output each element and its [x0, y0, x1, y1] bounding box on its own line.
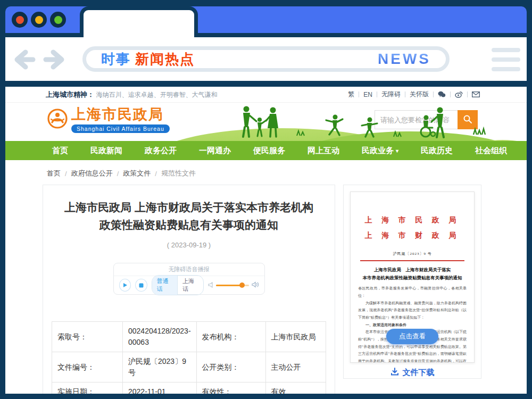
quick-links: 繁 EN 无障碍 关怀版 — [348, 90, 480, 99]
meta-label: 发布机构： — [196, 322, 265, 352]
news-wordmark: NEWS — [378, 51, 431, 68]
nav-item-history[interactable]: 民政历史 — [418, 146, 456, 156]
city-spirit-banner: 上海城市精神： 海纳百川、追求卓越、开明睿智、大气谦和 — [46, 90, 218, 99]
volume-knob[interactable] — [239, 282, 245, 288]
stop-button[interactable] — [135, 279, 147, 292]
main-nav: 首页 民政新闻 政务公开 一网通办 便民服务 网上互动 民政业务▾ 民政历史 社… — [5, 141, 527, 160]
audio-player: 无障碍语音播报 普通话 上海话 — [113, 263, 265, 295]
civil-affairs-emblem-icon — [47, 108, 68, 131]
meta-label: 有效性： — [196, 383, 265, 394]
address-text-secondary: 新闻热点 — [135, 50, 195, 69]
site-logo[interactable]: 上海市民政局 Shanghai Civil Affairs Bureau — [47, 107, 170, 133]
search-icon — [463, 114, 472, 126]
utility-strip: 上海城市精神： 海纳百川、追求卓越、开明睿智、大气谦和 繁 EN 无障碍 关怀版 — [5, 87, 527, 103]
breadcrumb-home[interactable]: 首页 — [47, 169, 61, 178]
link-accessibility[interactable]: 无障碍 — [381, 90, 401, 99]
volume-high-icon — [252, 280, 259, 290]
letterhead-line1: 上 海 市 民 政 局 — [358, 212, 467, 228]
nav-item-home[interactable]: 首页 — [49, 146, 71, 156]
volume-low-icon — [208, 280, 213, 290]
nav-item-civil-business[interactable]: 民政业务▾ — [359, 146, 402, 156]
search-button[interactable] — [458, 110, 478, 129]
site-search — [375, 110, 478, 129]
close-window-button[interactable] — [12, 12, 28, 28]
nav-item-social-org[interactable]: 社会组织 — [472, 146, 510, 156]
breadcrumb: 首页 / 政府信息公开 / 政策文件 / 规范性文件 — [47, 169, 527, 178]
meta-value: 上海市民政局 — [265, 322, 326, 352]
lang-shanghainese-option[interactable]: 上海话 — [178, 276, 203, 295]
nav-item-gov-disclosure[interactable]: 政务公开 — [142, 146, 180, 156]
nav-item-news[interactable]: 民政新闻 — [87, 146, 126, 156]
volume-slider[interactable] — [216, 285, 249, 286]
download-icon — [390, 368, 399, 378]
table-row: 文件编号： 沪民规〔2023〕9 号 公开类别： 主动公开 — [52, 352, 326, 383]
view-document-button[interactable]: 点击查看 — [386, 329, 438, 344]
chevron-down-icon: ▾ — [396, 148, 398, 154]
browser-toolbar: 时事 新闻热点 NEWS — [5, 37, 527, 81]
table-row: 索取号： 0024204128/2023-00063 发布机构： 上海市民政局 — [52, 322, 326, 352]
doc-paragraph: 各区民政局，市养老服务发展中心，市融资担保中心，各相关单位： — [358, 285, 467, 300]
weibo-icon[interactable] — [455, 91, 463, 98]
audio-player-label: 无障碍语音播报 — [114, 263, 264, 276]
meta-value: 有效 — [265, 383, 326, 394]
article-panel: 上海市民政局 上海市财政局关于落实本市养老机构政策性融资贴费贴息有关事项的通知 … — [43, 185, 335, 394]
meta-label: 索取号： — [52, 322, 123, 352]
play-button[interactable] — [119, 279, 131, 292]
site-header: 上海市民政局 Shanghai Civil Affairs Bureau — [5, 103, 527, 141]
wechat-icon[interactable] — [438, 91, 446, 98]
meta-label: 实施日期： — [52, 383, 123, 394]
link-english[interactable]: EN — [363, 91, 372, 98]
letterhead-rule — [360, 260, 464, 261]
article-date: ( 2023-09-19 ) — [52, 241, 326, 249]
meta-value: 2022-11-01 — [123, 383, 197, 394]
article-title: 上海市民政局 上海市财政局关于落实本市养老机构政策性融资贴费贴息有关事项的通知 — [52, 199, 326, 234]
address-bar[interactable]: 时事 新闻热点 NEWS — [82, 46, 450, 72]
browser-tab[interactable] — [80, 6, 198, 37]
doc-paragraph: 为缓解本市养老机构融资难、融资贵问题，助力养老机构纾困发展，现就养老机构“养老服… — [358, 300, 467, 322]
document-preview-page[interactable]: 上 海 市 民 政 局 上 海 市 财 政 局 沪民规〔2023〕9 号 上海市… — [350, 192, 475, 363]
lang-putonghua-option[interactable]: 普通话 — [152, 276, 178, 295]
search-input[interactable] — [375, 110, 458, 129]
nav-item-one-stop[interactable]: 一网通办 — [196, 146, 234, 156]
address-text-primary: 时事 — [101, 50, 131, 69]
site-title: 上海市民政局 — [71, 107, 170, 123]
volume-fill — [216, 285, 243, 286]
link-care-version[interactable]: 关怀版 — [410, 90, 429, 99]
browser-frame: 时事 新闻热点 NEWS 上海城市精神： 海纳百川、追求卓越、开明睿智、大气谦和… — [0, 0, 532, 399]
document-preview-panel: 上 海 市 民 政 局 上 海 市 财 政 局 沪民规〔2023〕9 号 上海市… — [343, 185, 481, 379]
breadcrumb-gov-info[interactable]: 政府信息公开 — [71, 169, 113, 178]
mail-icon[interactable] — [472, 92, 480, 97]
maximize-window-button[interactable] — [50, 12, 66, 28]
document-meta-table: 索取号： 0024204128/2023-00063 发布机构： 上海市民政局 … — [52, 321, 326, 394]
meta-label: 文件编号： — [52, 352, 123, 383]
nav-item-public-service[interactable]: 便民服务 — [250, 146, 288, 156]
meta-value: 主动公开 — [265, 352, 326, 383]
back-arrow-icon[interactable] — [13, 49, 36, 70]
document-number: 沪民规〔2023〕9 号 — [358, 251, 467, 256]
city-spirit-label: 上海城市精神： — [46, 90, 94, 98]
table-row: 实施日期： 2022-11-01 有效性： 有效 — [52, 383, 326, 394]
site-subtitle-en: Shanghai Civil Affairs Bureau — [71, 124, 170, 133]
letterhead-line2: 上 海 市 财 政 局 — [358, 228, 467, 243]
nav-item-online-interaction[interactable]: 网上互动 — [304, 146, 343, 156]
breadcrumb-current: 规范性文件 — [161, 169, 196, 178]
minimize-window-button[interactable] — [31, 12, 47, 28]
webpage: 上海城市精神： 海纳百川、追求卓越、开明睿智、大气谦和 繁 EN 无障碍 关怀版 — [5, 87, 527, 394]
download-label: 文件下载 — [403, 368, 435, 378]
doc-heading: 一、政策适用对象和条件 — [358, 322, 467, 329]
meta-value: 0024204128/2023-00063 — [123, 322, 197, 352]
city-spirit-text: 海纳百川、追求卓越、开明睿智、大气谦和 — [96, 91, 218, 98]
doc-title-line2: 本市养老机构政策性融资贴费贴息有关事项的通知 — [358, 274, 467, 282]
window-controls — [12, 12, 66, 28]
meta-label: 公开类别： — [196, 352, 265, 383]
meta-value: 沪民规〔2023〕9 号 — [123, 352, 197, 383]
file-download-link[interactable]: 文件下载 — [350, 368, 475, 378]
language-toggle: 普通话 上海话 — [152, 275, 204, 295]
forward-arrow-icon[interactable] — [43, 49, 66, 70]
doc-title-line1: 上海市民政局 上海市财政局关于落实 — [358, 266, 467, 274]
link-traditional-chinese[interactable]: 繁 — [348, 90, 354, 99]
menu-icon[interactable] — [492, 48, 520, 71]
breadcrumb-policy-files[interactable]: 政策文件 — [123, 169, 151, 178]
